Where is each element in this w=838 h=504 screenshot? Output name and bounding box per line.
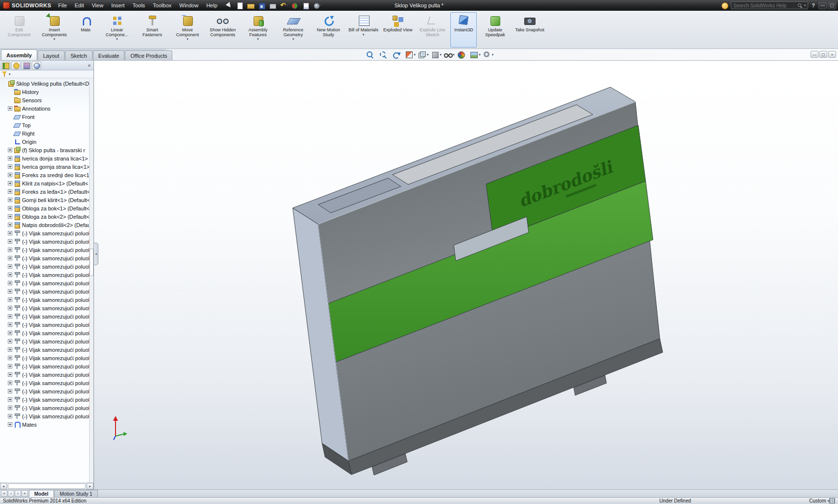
expand-icon[interactable] [8,181,12,185]
help-assistant-icon[interactable] [721,2,728,9]
expand-icon[interactable] [8,306,12,310]
display-manager[interactable] [32,61,41,69]
ribbon-button[interactable]: Bill of Materials ▾ [347,12,380,47]
help-search-input[interactable] [733,3,795,8]
restore[interactable]: ▢ [828,2,836,9]
expand-icon[interactable] [8,256,12,260]
dropdown-caret[interactable]: ▾ [453,53,455,57]
ribbon-button[interactable]: Linear Compone... ▾ [100,12,134,47]
ribbon-button[interactable]: Smart Fasteners ▾ [135,12,169,47]
minimize[interactable]: — [811,51,818,58]
tree-item[interactable]: Gornji beli klirit<1> (Default< [1,196,93,204]
tree-item[interactable]: Foreks za srednji deo lica<1> [1,171,93,179]
tree-item[interactable]: (-) Vijak samorezujući poluokru [1,337,93,345]
scroll-right-button[interactable]: ▸ [87,483,93,489]
heads-up-button[interactable]: ▾ [417,50,429,59]
tree-item[interactable]: (-) Vijak samorezujući poluokru [1,271,93,279]
ribbon-button[interactable]: Show Hidden Components ▾ [206,12,240,47]
expand-icon[interactable] [8,397,12,402]
tree-item[interactable]: (-) Vijak samorezujući poluokru [1,370,93,379]
tree-item[interactable]: Klirit za natpis<1> (Default< [1,179,93,187]
expand-icon[interactable] [8,189,12,194]
tree-item[interactable]: (-) Vijak samorezujući poluokru [1,395,93,404]
tree-item-label[interactable]: (-) Vijak samorezujući poluokru [22,297,93,303]
scroll-left-button[interactable]: ◂ [0,483,7,489]
dropdown-caret[interactable]: ▾ [257,38,259,41]
quick-access-button[interactable]: ▾ [235,1,245,10]
search-icon[interactable] [798,3,802,8]
expand-icon[interactable] [8,356,12,360]
tree-item-label[interactable]: Front [22,114,35,120]
tree-item[interactable]: (-) Vijak samorezujući poluokru [1,296,93,304]
tree-item[interactable]: (-) Vijak samorezujući poluokru [1,412,93,420]
tree-item-label[interactable]: (-) Vijak samorezujući poluokru [22,230,93,236]
dropdown-caret[interactable]: ▾ [414,53,416,57]
expand-icon[interactable] [8,231,12,235]
ribbon-button[interactable]: Update Speedpak ▾ [478,12,512,47]
menu-item[interactable]: Edit [71,1,88,10]
tree-item[interactable]: (-) Vijak samorezujući poluokru [1,329,93,337]
tree-item-label[interactable]: (-) Vijak samorezujući poluokru [22,347,93,353]
tree-item[interactable]: (f) Sklop pulta - bravarski r [1,146,93,154]
ribbon-button[interactable]: Explode Line Sketch ▾ [415,12,449,47]
quick-access-button[interactable]: ▾ [268,1,278,10]
tree-item[interactable]: (-) Vijak samorezujući poluokru [1,304,93,312]
expand-icon[interactable] [8,106,12,111]
dropdown-caret[interactable]: ▾ [53,38,55,41]
tree-item[interactable]: (-) Vijak samorezujući poluokru [1,345,93,354]
dropdown-caret[interactable]: ▾ [186,38,188,41]
command-tab[interactable]: Layout [38,50,65,60]
expand-icon[interactable] [8,381,12,385]
tree-item-label[interactable]: (-) Vijak samorezujući poluokru [22,239,93,245]
tree-item[interactable]: (-) Vijak samorezujući poluokru [1,312,93,321]
tree-item-label[interactable]: (-) Vijak samorezujući poluokru [22,255,93,261]
expand-icon[interactable] [8,289,12,294]
expand-icon[interactable] [8,156,12,160]
study-tab[interactable]: Motion Study 1 [54,490,98,497]
tree-item[interactable]: (-) Vijak samorezujući poluokru [1,287,93,296]
tree-item[interactable]: Sensors [1,96,93,104]
expand-icon[interactable] [8,339,12,344]
heads-up-button[interactable]: ▾ [456,50,468,59]
dropdown-caret[interactable]: ▾ [292,38,294,41]
tree-item[interactable]: (-) Vijak samorezujući poluokru [1,379,93,387]
graphics-viewport[interactable]: dobrodošli [94,61,838,489]
menu-item[interactable]: Window [175,1,202,10]
scrollbar-thumb[interactable] [8,483,86,489]
study-tab[interactable]: Model [29,490,54,497]
expand-icon[interactable] [8,331,12,335]
dropdown-caret[interactable]: ▾ [479,53,481,57]
ribbon-button[interactable]: Move Component ▾ [170,12,205,47]
command-tab[interactable]: Sketch [65,50,93,60]
tree-item[interactable]: (-) Vijak samorezujući poluokru [1,262,93,271]
quick-access-button[interactable]: ▾ [224,1,234,10]
dropdown-caret[interactable]: ▾ [440,53,442,57]
tree-item[interactable]: Annotations [1,104,93,113]
tree-item[interactable]: (-) Vijak samorezujući poluokru [1,279,93,287]
feature-manager[interactable] [1,61,10,69]
heads-up-button[interactable]: ▾ [391,50,403,59]
tree-vertical-scrollbar[interactable] [89,79,93,482]
expand-icon[interactable] [8,347,12,352]
heads-up-button[interactable]: ▾ [469,50,481,59]
tree-item-label[interactable]: (f) Sklop pulta - bravarski r [22,147,85,153]
ribbon-button[interactable]: Mate ▾ [72,12,99,47]
expand-icon[interactable] [8,148,12,152]
tree-item[interactable]: Mates [1,420,93,429]
tree-item[interactable]: Sklop Velikog pulta (Default<De [1,79,93,88]
tree-item-label[interactable]: (-) Vijak samorezujući poluokru [22,314,93,320]
tree-item-label[interactable]: (-) Vijak samorezujući poluokru [22,247,93,253]
tree-item-label[interactable]: (-) Vijak samorezujući poluokru [22,372,93,378]
command-tab[interactable]: Assembly [1,49,37,60]
menu-item[interactable]: Help [202,1,221,10]
tree-item[interactable]: (-) Vijak samorezujući poluokru [1,404,93,412]
expand-icon[interactable] [8,239,12,244]
tree-item-label[interactable]: Obloga za bok<2> (Default< [22,214,90,220]
tree-item-label[interactable]: Foreks za leđa<1> (Default< [22,189,90,195]
expand-icon[interactable] [8,264,12,269]
expand-icon[interactable] [8,198,12,202]
expand-icon[interactable] [8,389,12,393]
expand-icon[interactable] [8,322,12,327]
tree-item[interactable]: Iverica gornja strana lica<1> [1,162,93,171]
tree-item-label[interactable]: Iverica donja strana lica<1> ( [22,156,91,161]
